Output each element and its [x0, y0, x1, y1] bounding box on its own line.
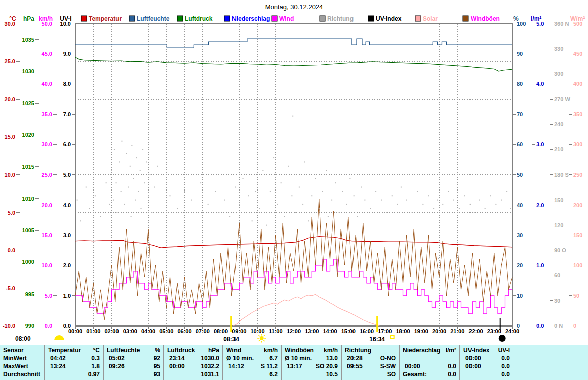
summary-column: LuftdruckhPa23:141030.000:001032.21031.1: [163, 345, 222, 380]
summary-cell: Richtung: [342, 347, 371, 355]
summary-cell: S 11.2: [261, 363, 281, 371]
summary-column: Niederschlagl/m²00:000.0Gesamt:0.0: [399, 345, 459, 380]
direction-dot: [346, 204, 347, 205]
summary-row: Sensor: [0, 347, 44, 355]
x-axis-label: 14:00: [323, 328, 337, 334]
direction-dot: [239, 204, 240, 205]
legend-swatch-richtung: [320, 16, 325, 21]
direction-dot: [141, 208, 142, 209]
moonrise-time-label: 08:00: [15, 335, 31, 342]
x-axis-label: 22:00: [468, 328, 483, 334]
summary-cell: 20:28: [342, 355, 363, 363]
axis-tick-label-temp: 0.0: [8, 247, 15, 253]
axis-tick-label-humidity: 10: [517, 293, 523, 299]
axis-tick-label-humidity: 30: [517, 232, 523, 238]
direction-dot: [270, 191, 271, 192]
direction-dot: [273, 157, 274, 158]
axis-tick-label-pressure: 1000: [22, 259, 34, 265]
direction-dot: [485, 208, 486, 209]
summary-cell: 13.0: [326, 355, 341, 363]
legend-swatch-uv-index: [368, 16, 374, 21]
x-axis-label: 01:00: [86, 328, 100, 334]
summary-cell: 0.0: [448, 371, 459, 379]
x-axis-label: 24:00: [505, 328, 519, 334]
weather-day-chart-page: Montag, 30.12.2024 30.025.020.015.010.05…: [0, 0, 588, 380]
summary-row: 6.2: [223, 371, 281, 379]
axis-tick-label-rain: 2.0: [536, 202, 544, 208]
axis-tick-label-humidity: 50: [517, 172, 523, 178]
summary-cell: MaxWert: [0, 363, 28, 371]
legend-swatch-luftdruck: [177, 16, 183, 21]
legend-label-windböen: Windböen: [471, 15, 500, 22]
summary-row: Gesamt:0.0: [400, 371, 459, 379]
summary-row: 20:28O-NO: [342, 355, 399, 363]
direction-dot: [208, 204, 209, 205]
direction-dot: [354, 195, 355, 196]
direction-dot: [154, 187, 155, 188]
axis-tick-label-direction: 240: [554, 121, 563, 127]
summary-cell: 0.0: [501, 371, 513, 379]
direction-dot: [111, 170, 112, 171]
axis-header-humidity: %: [513, 15, 519, 22]
summary-row: 00:000.0: [400, 363, 459, 371]
axis-tick-label-direction: 30: [554, 298, 560, 304]
sunrise-time-label: 08:34: [223, 336, 239, 343]
axis-tick-label-direction: 60: [554, 272, 560, 278]
axis-tick-label-pressure: 990: [25, 323, 34, 329]
axis-tick-label-uv: 1.0: [63, 293, 71, 299]
summary-cell: 13:17: [282, 363, 302, 371]
direction-dot: [144, 182, 145, 183]
direction-dot: [124, 204, 125, 205]
summary-cell: 00:00: [460, 363, 481, 371]
summary-row: Niederschlagl/m²: [400, 347, 459, 355]
direction-dot: [401, 187, 402, 188]
direction-dot: [128, 187, 129, 188]
summary-column: UV-IndexUV-I00:000.000:000.00.0: [459, 345, 588, 380]
direction-dot: [136, 157, 137, 158]
summary-column: Windböenkm/hØ 10 min.13.013:17SO 20.910.…: [281, 345, 341, 380]
x-axis-label: 23:00: [487, 328, 501, 334]
axis-tick-label-rain: 4.0: [536, 81, 544, 87]
direction-dot: [126, 153, 127, 154]
direction-dot: [262, 170, 263, 171]
summary-row: 09:55S-SW: [342, 363, 399, 371]
summary-cell: [342, 371, 345, 379]
direction-dot: [131, 216, 132, 217]
axis-tick-label-temp: -5.0: [6, 285, 15, 291]
summary-row: MaxWert: [0, 363, 44, 371]
moonrise-icon: [54, 335, 64, 340]
summary-cell: 00:00: [164, 363, 185, 371]
summary-cell: UV-I: [498, 347, 513, 355]
legend-swatch-luftfeuchte: [129, 16, 135, 21]
weather-chart: 30.025.020.015.010.05.00.0-5.0-10.0°C103…: [0, 0, 588, 345]
sunset-square-icon: [391, 335, 394, 339]
summary-cell: 10.5: [326, 371, 341, 379]
summary-cell: Luftfeuchte: [104, 347, 140, 355]
summary-cell: [164, 371, 167, 379]
axis-tick-label-direction: 120: [554, 222, 563, 228]
axis-tick-label-solar: 350: [573, 111, 582, 117]
summary-cell: Ø 10 min.: [223, 355, 254, 363]
direction-dot: [284, 216, 285, 217]
x-axis-label: 03:00: [123, 328, 137, 334]
axis-tick-label-humidity: 20: [517, 262, 523, 268]
summary-cell: O-NO: [380, 355, 399, 363]
direction-dot: [295, 212, 296, 213]
direction-dot: [157, 166, 158, 167]
direction-dot: [335, 182, 336, 183]
legend-label-wind: Wind: [279, 15, 294, 22]
summary-cell: 0.97: [88, 371, 103, 379]
direction-dot: [77, 200, 78, 201]
sunset-time-label: 16:34: [369, 336, 385, 343]
summary-cell: [282, 371, 285, 379]
summary-row: 04:420.3: [45, 355, 103, 363]
summary-cell: 09:26: [104, 363, 125, 371]
direction-dot: [184, 191, 185, 192]
direction-dot: [438, 258, 439, 259]
direction-dot: [266, 225, 267, 226]
axis-tick-label-direction: 150: [554, 197, 563, 203]
new-moon-icon: [499, 335, 506, 342]
direction-dot: [490, 195, 491, 196]
axis-tick-label-uv: 7.0: [63, 111, 71, 117]
axis-tick-label-rain: 3.0: [536, 141, 544, 147]
